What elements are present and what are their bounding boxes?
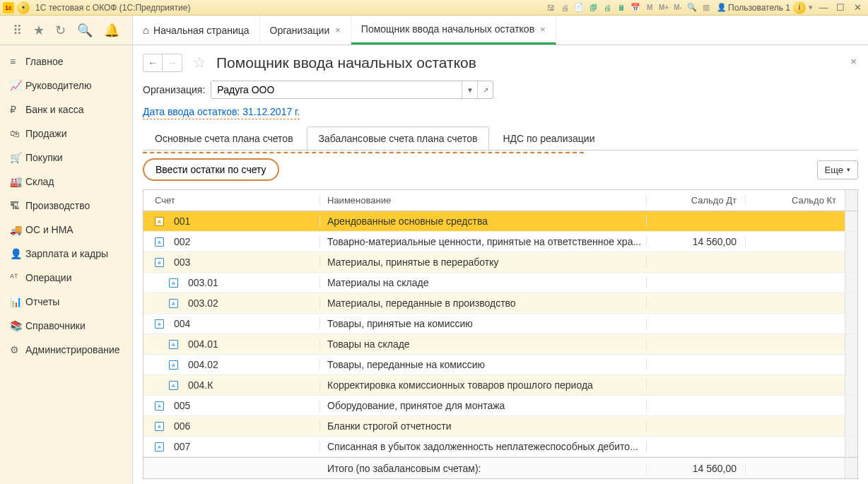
table-row[interactable]: ᴀ005Оборудование, принятое для монтажа — [143, 396, 857, 416]
sidebar-item-0[interactable]: ≡Главное — [0, 49, 132, 73]
account-name: Материалы на складе — [320, 277, 647, 288]
sidebar-item-1[interactable]: 📈Руководителю — [0, 73, 132, 98]
table-row[interactable]: ᴀ004Товары, принятые на комиссию — [143, 314, 857, 334]
account-code: 006 — [174, 420, 190, 432]
tab-org-label: Организации — [270, 25, 330, 36]
history-icon[interactable]: ↻ — [55, 23, 66, 38]
table-row[interactable]: ᴀ006Бланки строгой отчетности — [143, 416, 857, 437]
close-icon[interactable]: × — [540, 24, 546, 35]
info-icon[interactable]: i — [793, 1, 806, 14]
sidebar-item-2[interactable]: ₽Банк и касса — [0, 98, 132, 122]
info-dropdown-icon[interactable]: ▾ — [807, 1, 814, 14]
tab-assistant[interactable]: Помощник ввода начальных остатков × — [351, 16, 556, 45]
sidebar-item-12[interactable]: ⚙Администрирование — [0, 338, 132, 362]
account-icon: ᴀ — [169, 278, 178, 288]
tab-home[interactable]: ⌂ Начальная страница — [133, 16, 260, 45]
table-row[interactable]: ᴀ003.01Материалы на складе — [143, 273, 857, 293]
close-window-button[interactable]: ✕ — [850, 1, 865, 14]
app-logo-icon: 1c — [3, 2, 14, 13]
col-name[interactable]: Наименование — [320, 195, 647, 206]
account-code: 004.К — [188, 379, 213, 391]
apps-icon[interactable]: ⠿ — [13, 23, 22, 38]
table-row[interactable]: ᴀ003Материалы, принятые в переработку — [143, 252, 857, 273]
table-row[interactable]: ᴀ004.02Товары, переданные на комиссию — [143, 355, 857, 375]
bell-icon[interactable]: 🔔 — [104, 23, 119, 38]
sidebar-item-9[interactable]: ᴬᵀОперации — [0, 266, 132, 290]
sidebar-item-6[interactable]: 🏗Производство — [0, 194, 132, 218]
col-account[interactable]: Счет — [143, 195, 320, 206]
favorite-icon[interactable]: ★ — [33, 23, 45, 38]
account-code: 005 — [174, 400, 190, 411]
table-row[interactable]: ᴀ003.02Материалы, переданные в производс… — [143, 293, 857, 314]
m-plus-button[interactable]: M+ — [657, 1, 670, 14]
back-button[interactable]: ← — [143, 54, 163, 72]
sidebar-item-7[interactable]: 🚚ОС и НМА — [0, 218, 132, 242]
sidebar-item-3[interactable]: 🛍Продажи — [0, 122, 132, 146]
table-footer: Итого (по забалансовым счетам): 14 560,0… — [143, 457, 857, 478]
sidebar-item-11[interactable]: 📚Справочники — [0, 314, 132, 338]
sidebar-icon: 📊 — [10, 296, 25, 307]
more-button[interactable]: Еще — [817, 160, 858, 179]
close-icon[interactable]: × — [335, 25, 341, 35]
tab-home-label: Начальная страница — [153, 25, 249, 36]
sidebar-item-5[interactable]: 🏭Склад — [0, 170, 132, 194]
account-code: 003 — [174, 256, 190, 268]
page-close-icon[interactable]: × — [850, 55, 857, 67]
enter-balances-button[interactable]: Ввести остатки по счету — [143, 158, 279, 181]
sidebar-label: Руководителю — [25, 80, 91, 91]
m-button[interactable]: M — [643, 1, 656, 14]
debit-value: 14 560,00 — [647, 236, 746, 247]
sidebar-label: Склад — [25, 176, 54, 187]
sidebar-icon: ⚙ — [10, 344, 25, 355]
table-header: Счет Наименование Сальдо Дт Сальдо Кт — [143, 190, 857, 211]
app-menu-dropdown[interactable]: ▾ — [17, 1, 30, 14]
sidebar-item-10[interactable]: 📊Отчеты — [0, 290, 132, 314]
sidebar-item-8[interactable]: 👤Зарплата и кадры — [0, 242, 132, 266]
table-row[interactable]: ᴀ002Товарно-материальные ценности, приня… — [143, 232, 857, 252]
tab-organizations[interactable]: Организации × — [260, 16, 351, 45]
user-label[interactable]: Пользователь 1 — [717, 3, 790, 13]
window-title: 1С тестовая с ОКОФ (1С:Предприятие) — [35, 3, 190, 13]
scrollbar[interactable] — [845, 190, 857, 211]
compare-icon[interactable]: 🗐 — [587, 1, 599, 14]
sidebar-label: Администрирование — [25, 344, 120, 355]
account-name: Материалы, переданные в производство — [320, 297, 647, 309]
account-name: Бланки строгой отчетности — [320, 420, 647, 432]
sidebar-icon: 📚 — [10, 320, 25, 331]
minimize-button[interactable]: — — [816, 1, 831, 14]
open-icon[interactable]: ↗ — [477, 81, 493, 98]
table-row[interactable]: ᴀ004.01Товары на складе — [143, 334, 857, 355]
col-debit[interactable]: Сальдо Дт — [647, 195, 746, 206]
zoom-icon[interactable]: 🔍 — [686, 1, 698, 14]
dropdown-icon[interactable]: ▼ — [462, 81, 477, 98]
doc-icon[interactable]: 📄 — [573, 1, 585, 14]
sidebar-label: Отчеты — [25, 296, 59, 307]
subtab-main-accounts[interactable]: Основные счета плана счетов — [143, 126, 305, 150]
calendar-icon[interactable]: 📅 — [629, 1, 642, 14]
account-icon: ᴀ — [155, 422, 164, 431]
sidebar-icon: 🏗 — [10, 200, 25, 211]
print2-icon[interactable]: 🖨 — [601, 1, 614, 14]
sidebar-item-4[interactable]: 🛒Покупки — [0, 146, 132, 170]
print-icon[interactable]: 🖨 — [558, 1, 571, 14]
table-row[interactable]: ᴀ007Списанная в убыток задолженность неп… — [143, 437, 857, 457]
maximize-button[interactable]: ☐ — [833, 1, 848, 14]
subtab-offbalance[interactable]: Забалансовые счета плана счетов — [307, 126, 490, 150]
calc-icon[interactable]: 🖩 — [615, 1, 628, 14]
nav-bar: ⠿ ★ ↻ 🔍 🔔 ⌂ Начальная страница Организац… — [0, 16, 868, 45]
org-input[interactable] — [211, 81, 462, 98]
favorite-star-icon[interactable]: ☆ — [192, 54, 206, 72]
sidebar-label: Производство — [25, 200, 90, 211]
account-icon: ᴀ — [155, 217, 164, 226]
save-icon[interactable]: 🖫 — [544, 1, 557, 14]
panels-icon[interactable]: ▥ — [700, 1, 712, 14]
search-icon[interactable]: 🔍 — [77, 23, 93, 38]
col-credit[interactable]: Сальдо Кт — [746, 195, 845, 206]
m-minus-button[interactable]: M- — [671, 1, 684, 14]
forward-button[interactable]: → — [163, 54, 182, 72]
table-row[interactable]: ᴀ001Арендованные основные средства — [143, 211, 857, 232]
sidebar-icon: ₽ — [10, 104, 25, 115]
date-link[interactable]: Дата ввода остатков: 31.12.2017 г. — [143, 106, 300, 119]
subtab-vat[interactable]: НДС по реализации — [491, 126, 606, 150]
table-row[interactable]: ᴀ004.ККорректировка комиссионных товаров… — [143, 375, 857, 396]
